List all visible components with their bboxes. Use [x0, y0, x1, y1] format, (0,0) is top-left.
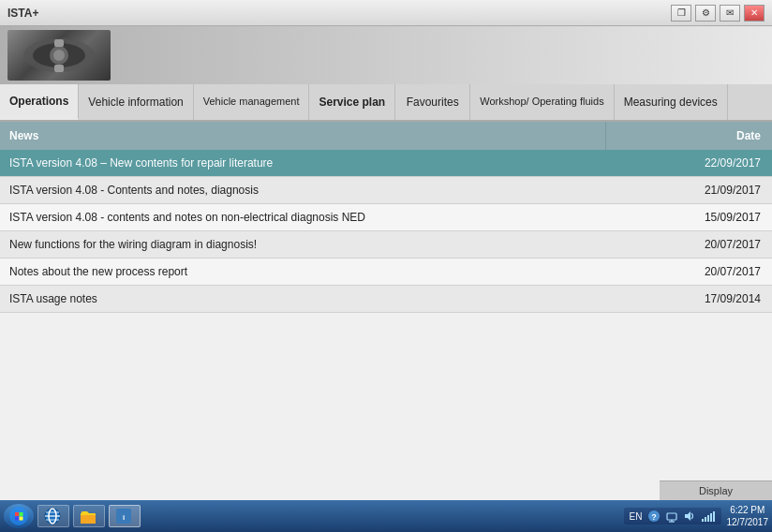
logo — [7, 30, 111, 81]
date-cell: 21/09/2017 — [605, 177, 772, 204]
date-cell: 20/07/2017 — [605, 259, 772, 286]
settings-button[interactable]: ⚙ — [695, 5, 716, 22]
news-cell: ISTA version 4.08 - contents and notes o… — [0, 204, 605, 231]
main-content: News Date ISTA version 4.08 – New conten… — [0, 122, 772, 500]
news-cell: ISTA version 4.08 – New contents for rep… — [0, 150, 605, 177]
signal-icon — [701, 510, 716, 523]
svg-rect-8 — [20, 512, 23, 516]
app-title: ISTA+ — [7, 7, 38, 20]
network-icon — [665, 510, 678, 523]
taskbar-right: EN ? — [624, 504, 768, 528]
taskbar-ista[interactable]: i — [109, 505, 141, 527]
news-cell: New functions for the wiring diagram in … — [0, 231, 605, 259]
taskbar-ie[interactable] — [37, 505, 69, 527]
svg-marker-25 — [685, 511, 690, 521]
table-row[interactable]: ISTA version 4.08 - contents and notes o… — [0, 204, 772, 231]
date-cell: 22/09/2017 — [605, 150, 772, 177]
svg-rect-5 — [54, 65, 64, 72]
news-cell: Notes about the new process report — [0, 259, 605, 286]
svg-text:?: ? — [651, 512, 657, 522]
close-button[interactable]: ✕ — [744, 5, 765, 22]
system-tray: EN ? — [624, 508, 721, 525]
table-row[interactable]: ISTA version 4.08 - Contents and notes, … — [0, 177, 772, 204]
news-cell: ISTA version 4.08 - Contents and notes, … — [0, 177, 605, 204]
table-row[interactable]: New functions for the wiring diagram in … — [0, 231, 772, 259]
svg-rect-26 — [702, 519, 704, 522]
col-header-news: News — [0, 122, 605, 150]
tab-favourites[interactable]: Favourites — [395, 84, 470, 120]
svg-rect-28 — [707, 515, 709, 522]
svg-rect-27 — [705, 517, 706, 522]
svg-rect-9 — [15, 517, 19, 521]
svg-rect-7 — [15, 512, 19, 516]
mail-button[interactable]: ✉ — [720, 5, 740, 22]
title-bar: ISTA+ ❐ ⚙ ✉ ✕ — [0, 0, 772, 26]
tab-service-plan[interactable]: Service plan — [309, 84, 395, 120]
svg-rect-4 — [54, 39, 64, 47]
tab-vehicle-management[interactable]: Vehicle management — [194, 84, 310, 120]
taskbar-explorer[interactable] — [73, 505, 105, 527]
lang-indicator: EN — [630, 511, 643, 522]
svg-text:i: i — [123, 513, 125, 522]
clock-time: 6:22 PM — [727, 504, 769, 516]
clock-date: 12/7/2017 — [727, 516, 769, 528]
news-table: News Date ISTA version 4.08 – New conten… — [0, 122, 772, 313]
nav-bar: Operations Vehicle information Vehicle m… — [0, 84, 772, 122]
svg-rect-10 — [20, 517, 23, 521]
restore-button[interactable]: ❐ — [671, 5, 691, 22]
display-bar: Display — [660, 480, 772, 500]
svg-rect-17 — [81, 515, 96, 524]
news-cell: ISTA usage notes — [0, 286, 605, 313]
title-bar-controls: ❐ ⚙ ✉ ✕ — [671, 5, 765, 22]
start-button[interactable] — [4, 504, 34, 528]
table-row[interactable]: ISTA version 4.08 – New contents for rep… — [0, 150, 772, 177]
tab-measuring-devices[interactable]: Measuring devices — [615, 84, 728, 120]
tab-vehicle-information[interactable]: Vehicle information — [79, 84, 193, 120]
display-label: Display — [699, 485, 733, 496]
help-icon: ? — [647, 510, 661, 523]
taskbar: i EN ? — [0, 500, 772, 532]
table-row[interactable]: ISTA usage notes17/09/2014 — [0, 286, 772, 313]
date-cell: 15/09/2017 — [605, 204, 772, 231]
date-cell: 20/07/2017 — [605, 231, 772, 259]
taskbar-left: i — [4, 504, 141, 528]
svg-rect-30 — [713, 511, 715, 522]
table-row[interactable]: Notes about the new process report20/07/… — [0, 259, 772, 286]
speaker-icon — [683, 510, 696, 523]
date-cell: 17/09/2014 — [605, 286, 772, 313]
svg-rect-29 — [710, 513, 712, 522]
svg-point-3 — [53, 50, 65, 61]
col-header-date: Date — [605, 122, 772, 150]
tab-workshop-operating-fluids[interactable]: Workshop/ Operating fluids — [470, 84, 614, 120]
clock: 6:22 PM 12/7/2017 — [727, 504, 769, 528]
app-header — [0, 26, 772, 84]
svg-rect-22 — [667, 513, 676, 520]
tab-operations[interactable]: Operations — [0, 84, 79, 120]
